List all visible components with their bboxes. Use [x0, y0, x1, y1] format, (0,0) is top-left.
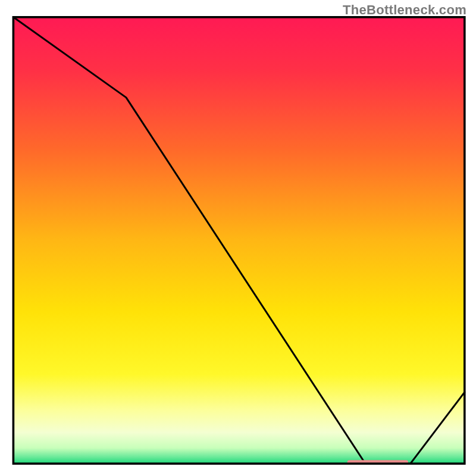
bottleneck-chart — [0, 0, 476, 476]
gradient-plot-area — [13, 17, 464, 464]
chart-container: TheBottleneck.com — [0, 0, 476, 476]
watermark-text: TheBottleneck.com — [343, 2, 466, 18]
